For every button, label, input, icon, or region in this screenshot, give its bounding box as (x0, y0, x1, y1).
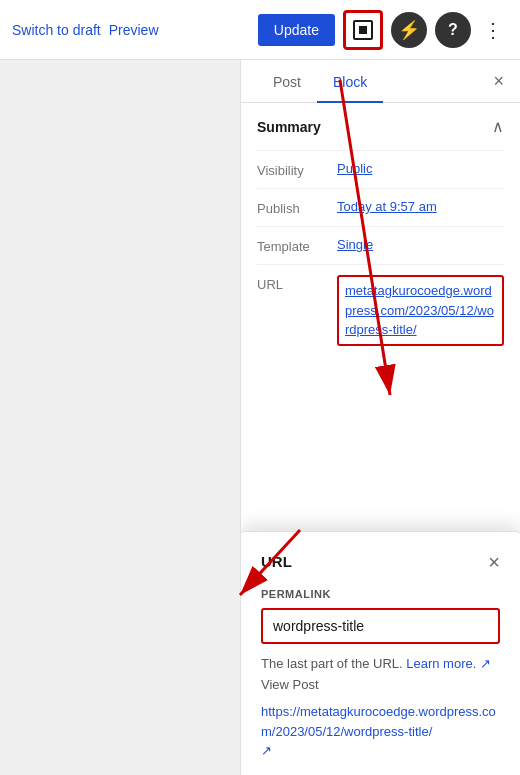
visibility-value[interactable]: Public (337, 161, 504, 176)
help-button[interactable]: ? (435, 12, 471, 48)
block-icon-button[interactable] (343, 10, 383, 50)
url-dialog-title: URL (261, 553, 292, 570)
url-dialog-close-button[interactable]: × (488, 552, 500, 572)
template-label: Template (257, 237, 337, 254)
external-link-icon: ↗ (480, 656, 491, 671)
more-options-button[interactable]: ⋮ (479, 14, 508, 46)
preview-button[interactable]: Preview (109, 18, 159, 42)
summary-row-url: URL metatagkurocoedge.wordpress.com/2023… (257, 264, 504, 356)
full-url-link[interactable]: https://metatagkurocoedge.wordpress.com/… (261, 702, 500, 741)
more-icon: ⋮ (483, 19, 504, 41)
permalink-input-row (261, 608, 500, 644)
help-icon: ? (448, 21, 458, 39)
sidebar-close-button[interactable]: × (489, 67, 508, 96)
learn-more-text: Learn more. (406, 656, 476, 671)
url-dialog: URL × PERMALINK The last part of the URL… (241, 531, 520, 776)
url-value[interactable]: metatagkurocoedge.wordpress.com/2023/05/… (337, 275, 504, 346)
summary-row-template: Template Single (257, 226, 504, 264)
block-icon (353, 20, 373, 40)
url-description: The last part of the URL. Learn more. ↗ (261, 654, 500, 674)
summary-section: Summary ∧ Visibility Public Publish Toda… (241, 103, 520, 356)
publish-label: Publish (257, 199, 337, 216)
tab-block[interactable]: Block (317, 60, 383, 102)
sidebar-panel: Post Block × Summary ∧ Visibility Public… (240, 60, 520, 775)
sidebar-tabs: Post Block × (241, 60, 520, 103)
toolbar-left: Switch to draft Preview (12, 18, 250, 42)
learn-more-link[interactable]: Learn more. ↗ (406, 656, 491, 671)
view-post-link[interactable]: View Post (261, 677, 500, 692)
tab-post[interactable]: Post (257, 60, 317, 102)
permalink-label: PERMALINK (261, 588, 500, 600)
block-icon-square (359, 26, 367, 34)
summary-toggle-button[interactable]: ∧ (492, 117, 504, 136)
full-url-external-icon: ↗ (261, 743, 272, 758)
toolbar: Switch to draft Preview Update ⚡ ? ⋮ (0, 0, 520, 60)
template-value[interactable]: Single (337, 237, 504, 252)
summary-header: Summary ∧ (257, 103, 504, 150)
update-button[interactable]: Update (258, 14, 335, 46)
summary-row-publish: Publish Today at 9:57 am (257, 188, 504, 226)
publish-value[interactable]: Today at 9:57 am (337, 199, 504, 214)
switch-to-draft-button[interactable]: Switch to draft (12, 18, 101, 42)
visibility-label: Visibility (257, 161, 337, 178)
summary-title: Summary (257, 119, 321, 135)
url-dialog-header: URL × (261, 552, 500, 572)
lightning-button[interactable]: ⚡ (391, 12, 427, 48)
summary-row-visibility: Visibility Public (257, 150, 504, 188)
lightning-icon: ⚡ (398, 19, 420, 41)
url-description-text: The last part of the URL. (261, 656, 403, 671)
permalink-input[interactable] (261, 608, 500, 644)
url-label: URL (257, 275, 337, 292)
